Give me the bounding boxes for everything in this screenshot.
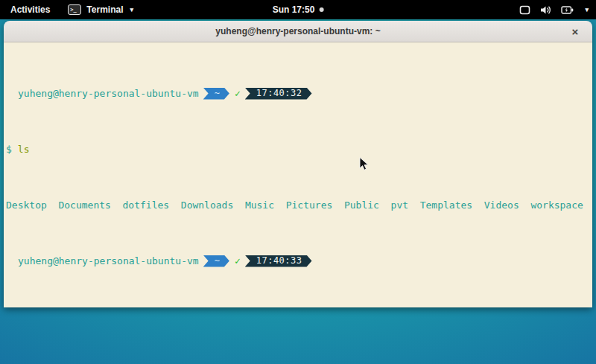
prompt-line: yuheng@henry-personal-ubuntu-vm~✓17:40:3… [6, 88, 590, 99]
clock-menu[interactable]: Sun 17:50 [273, 0, 324, 19]
system-status-menu[interactable]: ▾ [519, 0, 592, 19]
terminal-body[interactable]: yuheng@henry-personal-ubuntu-vm~✓17:40:3… [4, 42, 592, 307]
directory-listing: Desktop Documents dotfiles Downloads Mus… [6, 199, 590, 211]
prompt-time-segment: 17:40:32 [245, 88, 312, 100]
prompt-line: yuheng@henry-personal-ubuntu-vm~✓17:40:3… [6, 255, 590, 266]
clock-label: Sun 17:50 [273, 4, 315, 15]
prompt-user: yuheng@henry-personal-ubuntu-vm [18, 255, 199, 266]
prompt-time-segment: 17:40:33 [245, 255, 312, 267]
battery-icon [561, 5, 574, 15]
app-menu-terminal[interactable]: >_ Terminal ▾ [60, 0, 141, 19]
command-text: ls [18, 144, 30, 155]
command-line: $ls [6, 144, 590, 155]
prompt-dir-segment: ~ [203, 88, 229, 100]
top-bar: Activities >_ Terminal ▾ Sun 17:50 [0, 0, 596, 19]
activities-button[interactable]: Activities [0, 0, 60, 19]
prompt-user: yuheng@henry-personal-ubuntu-vm [18, 88, 199, 99]
notification-dot-icon [319, 7, 323, 12]
prompt-dir-segment: ~ [203, 255, 229, 267]
window-titlebar[interactable]: yuheng@henry-personal-ubuntu-vm: ~ × [4, 21, 592, 42]
app-menu-label: Terminal [86, 4, 123, 15]
check-icon: ✓ [235, 88, 241, 99]
terminal-window: yuheng@henry-personal-ubuntu-vm: ~ × yuh… [4, 21, 592, 307]
check-icon: ✓ [235, 255, 241, 266]
chevron-down-icon: ▾ [585, 6, 589, 13]
terminal-app-icon: >_ [68, 4, 81, 15]
volume-icon [540, 5, 551, 15]
close-button[interactable]: × [567, 21, 583, 42]
chevron-down-icon: ▾ [130, 6, 133, 13]
desktop: Activities >_ Terminal ▾ Sun 17:50 [0, 0, 596, 364]
screen-icon [519, 5, 530, 15]
prompt-dollar: $ [6, 144, 12, 155]
window-title: yuheng@henry-personal-ubuntu-vm: ~ [215, 26, 380, 36]
